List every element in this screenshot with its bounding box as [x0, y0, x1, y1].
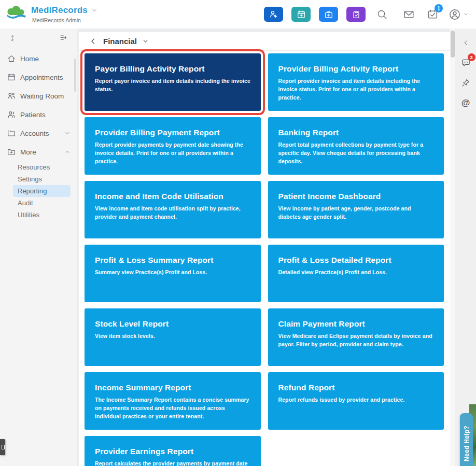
- report-card-profit-loss-summary-report[interactable]: Profit & Loss Summary ReportSummary view…: [85, 245, 261, 302]
- report-card-title: Payor Billing Activity Report: [95, 64, 251, 74]
- body-row: HomeAppointmentsWaiting RoomPatientsAcco…: [0, 29, 476, 466]
- report-card-description: View item stock levels.: [95, 332, 251, 341]
- chat-button[interactable]: 3: [460, 57, 472, 68]
- inbox-button[interactable]: 1: [425, 6, 441, 22]
- folder-icon: [7, 129, 16, 138]
- sidebar-item-home[interactable]: Home: [0, 49, 77, 68]
- mentions-button[interactable]: @: [460, 97, 471, 108]
- left-sidebar: HomeAppointmentsWaiting RoomPatientsAcco…: [0, 29, 77, 466]
- report-card-provider-billing-activity-report[interactable]: Provider Billing Activity ReportReport p…: [268, 53, 444, 111]
- sidebar-subitem-audit[interactable]: Audit: [13, 197, 71, 209]
- add-task-button[interactable]: [346, 7, 366, 22]
- collapse-sidebar-button[interactable]: [57, 32, 69, 44]
- sidebar-item-label: Accounts: [20, 130, 60, 137]
- calendar-add-icon: [297, 10, 306, 19]
- sidebar-item-label: Waiting Room: [20, 92, 71, 100]
- report-card-title: Provider Billing Activity Report: [278, 64, 435, 74]
- page-header: Financial: [79, 32, 450, 51]
- report-card-title: Profit & Loss Summary Report: [95, 256, 251, 265]
- sidebar-subitem-resources[interactable]: Resources: [13, 161, 71, 173]
- report-card-title: Claim Payment Report: [278, 319, 435, 329]
- inbox-count-badge: 1: [435, 4, 443, 12]
- sidebar-subitem-utilities[interactable]: Utilities: [13, 209, 71, 221]
- sidebar-item-label: Patients: [20, 111, 71, 119]
- tenant-name: MediRecords Admin: [32, 17, 97, 23]
- report-card-claim-payment-report[interactable]: Claim Payment ReportView Medicare and Ec…: [268, 308, 444, 366]
- need-help-label: Need Help?: [463, 426, 470, 461]
- report-card-income-summary-report[interactable]: Income Summary ReportThe Income Summary …: [85, 372, 261, 430]
- sidebar-item-appointments[interactable]: Appointments: [0, 68, 77, 87]
- panel-glyph-icon: [2, 445, 5, 449]
- mail-icon: [403, 8, 415, 20]
- pin-button[interactable]: [460, 77, 471, 89]
- back-button[interactable]: [88, 36, 98, 46]
- report-card-profit-loss-detailed-report[interactable]: Profit & Loss Detailed ReportDetailed vi…: [268, 245, 444, 302]
- search-button[interactable]: [374, 7, 390, 22]
- sidebar-item-label: More: [20, 148, 60, 156]
- top-bar: MediRecords MediRecords Admin: [0, 0, 476, 29]
- page-title: Financial: [103, 37, 137, 46]
- pushpin-icon: [461, 78, 470, 88]
- brand[interactable]: MediRecords MediRecords Admin: [6, 5, 97, 23]
- medirecords-app: MediRecords MediRecords Admin: [0, 0, 476, 466]
- sidebar-item-more[interactable]: More: [0, 143, 77, 161]
- brand-chevron-down-icon[interactable]: [91, 7, 97, 13]
- home-icon: [7, 54, 16, 63]
- sidebar-item-patients[interactable]: Patients: [0, 105, 77, 124]
- collapse-menu-icon: [59, 34, 67, 42]
- sidebar-item-accounts[interactable]: Accounts: [0, 124, 77, 143]
- report-card-description: Report refunds issued by provider and pr…: [278, 396, 435, 404]
- report-card-title: Provider Earnings Report: [95, 447, 251, 456]
- report-card-title: Income and Item Code Utilisation: [95, 192, 251, 201]
- medirecords-cloud-logo-icon: [6, 5, 27, 21]
- user-avatar-icon: [449, 8, 461, 21]
- add-appointment-button[interactable]: [291, 7, 311, 22]
- report-card-description: Report provider invoice and item details…: [278, 77, 435, 102]
- sidebar-subitem-settings[interactable]: Settings: [13, 173, 71, 185]
- report-card-title: Patient Income Dashboard: [278, 192, 435, 201]
- report-card-description: View income by patient age, gender, post…: [278, 205, 435, 221]
- report-card-title: Stock Level Report: [95, 319, 251, 329]
- medical-bag-add-icon: [324, 10, 333, 19]
- search-icon: [376, 9, 388, 20]
- sidebar-scrollbar-thumb[interactable]: [74, 59, 76, 92]
- report-card-payor-billing-activity-report[interactable]: Payor Billing Activity ReportReport payo…: [85, 53, 261, 111]
- need-help-tab[interactable]: Need Help?: [460, 413, 473, 466]
- report-card-patient-income-dashboard[interactable]: Patient Income DashboardView income by p…: [268, 181, 444, 238]
- report-card-description: Report calculates the provider payments …: [95, 460, 251, 466]
- messages-button[interactable]: [401, 6, 417, 22]
- report-card-description: Summary view Practice(s) Profit and Loss…: [95, 269, 251, 277]
- report-card-title: Refund Report: [278, 383, 435, 392]
- chevron-down-icon: [64, 130, 71, 136]
- sidebar-item-waiting-room[interactable]: Waiting Room: [0, 87, 77, 105]
- sidebar-subitem-reporting[interactable]: Reporting: [13, 185, 71, 197]
- report-card-refund-report[interactable]: Refund ReportReport refunds issued by pr…: [268, 372, 444, 430]
- report-card-description: Detailed view Practice(s) Profit and Los…: [278, 269, 435, 277]
- report-card-stock-level-report[interactable]: Stock Level ReportView item stock levels…: [85, 308, 261, 366]
- report-card-title: Banking Report: [278, 128, 435, 137]
- report-card-provider-billing-payment-report[interactable]: Provider Billing Payment ReportReport pr…: [85, 117, 261, 175]
- content-scrollbar-thumb[interactable]: [451, 31, 455, 58]
- feedback-corner-tab[interactable]: [0, 439, 5, 455]
- main-area: Financial Payor Billing Activity ReportR…: [77, 29, 455, 466]
- folder-plus-icon: [7, 147, 16, 157]
- sidebar-menu: HomeAppointmentsWaiting RoomPatientsAcco…: [0, 49, 77, 221]
- content-scrollbar[interactable]: [450, 29, 455, 466]
- report-card-description: View Medicare and Eclipse payment detail…: [278, 332, 435, 349]
- page-title-chevron-down-icon[interactable]: [142, 38, 149, 45]
- add-patient-button[interactable]: [264, 7, 283, 22]
- report-card-provider-earnings-report[interactable]: Provider Earnings ReportReport calculate…: [85, 436, 261, 466]
- profile-chevron-down-icon: [463, 11, 469, 17]
- expand-rail-button[interactable]: [461, 38, 471, 48]
- add-consult-button[interactable]: [319, 7, 338, 22]
- report-card-description: Report provider payments by payment date…: [95, 141, 251, 165]
- report-card-banking-report[interactable]: Banking ReportReport total payment colle…: [268, 117, 444, 175]
- report-card-income-and-item-code-utilisation[interactable]: Income and Item Code UtilisationView inc…: [85, 181, 261, 238]
- sidebar-item-label: Appointments: [20, 74, 71, 81]
- profile-menu[interactable]: [449, 8, 469, 21]
- right-rail: 3 @: [455, 29, 476, 466]
- report-card-title: Profit & Loss Detailed Report: [278, 256, 435, 265]
- resize-handle-button[interactable]: [6, 32, 18, 44]
- clipboard-check-icon: [352, 10, 361, 19]
- report-card-grid: Payor Billing Activity ReportReport payo…: [79, 51, 450, 466]
